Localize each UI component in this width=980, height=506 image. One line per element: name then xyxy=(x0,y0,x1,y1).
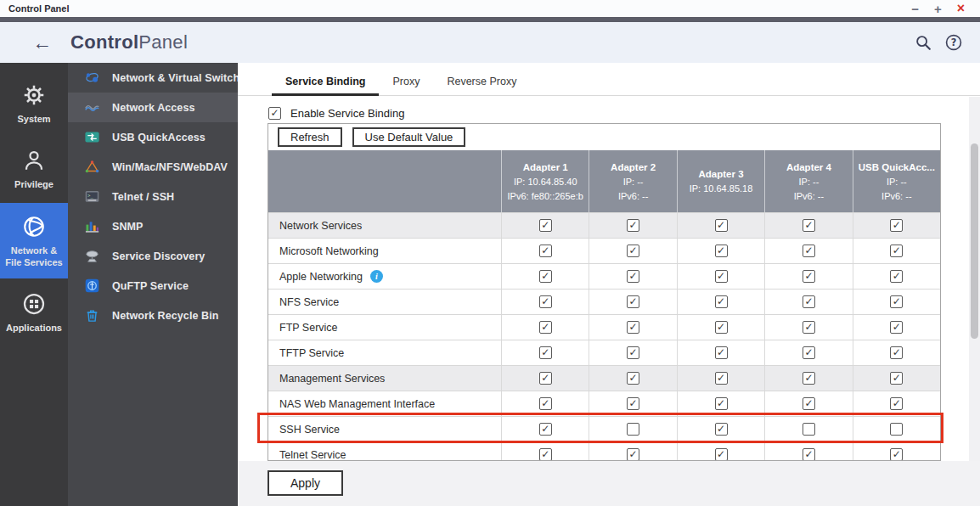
checkbox-nas-web-management-interface-col-4[interactable] xyxy=(803,397,815,410)
row-label-cell: NFS Service xyxy=(268,290,501,314)
menu-item-win-mac-nfs-webdav[interactable]: Win/Mac/NFS/WebDAV xyxy=(68,152,238,182)
checkbox-ftp-service-col-2[interactable] xyxy=(627,321,639,334)
checkbox-ssh-service-col-5[interactable] xyxy=(890,423,903,436)
tab-proxy[interactable]: Proxy xyxy=(379,68,433,96)
menu-item-usb-quickaccess[interactable]: USB QuickAccess xyxy=(68,122,238,152)
vertical-scrollbar[interactable] xyxy=(969,97,980,461)
menu-item-network-virtual-switch[interactable]: Network & Virtual Switch xyxy=(68,63,238,93)
checkbox-management-services-col-3[interactable] xyxy=(715,372,728,385)
tab-service-binding[interactable]: Service Binding xyxy=(272,68,379,96)
window-titlebar: Control Panel − + × xyxy=(0,0,980,17)
refresh-button[interactable]: Refresh xyxy=(278,127,342,147)
menu-item-label: Network & Virtual Switch xyxy=(112,72,239,84)
checkbox-cell xyxy=(677,366,764,391)
checkbox-cell xyxy=(677,442,764,461)
checkbox-network-services-col-3[interactable] xyxy=(715,219,728,232)
help-icon[interactable]: ? xyxy=(944,33,963,52)
checkbox-ssh-service-col-3[interactable] xyxy=(715,423,728,436)
row-label: NFS Service xyxy=(279,296,339,308)
checkbox-microsoft-networking-col-5[interactable] xyxy=(890,245,903,257)
checkbox-microsoft-networking-col-3[interactable] xyxy=(715,245,728,257)
checkbox-apple-networking-col-1[interactable] xyxy=(539,270,552,283)
checkbox-nas-web-management-interface-col-3[interactable] xyxy=(715,397,728,410)
checkbox-apple-networking-col-3[interactable] xyxy=(715,270,728,283)
checkbox-ssh-service-col-2[interactable] xyxy=(627,423,639,436)
adapter-ip: IP: -- xyxy=(887,177,907,187)
sidebar-item-network-file-services[interactable]: Network & File Services xyxy=(0,203,68,279)
menu-item-service-discovery[interactable]: Service Discovery xyxy=(68,241,238,271)
checkbox-network-services-col-4[interactable] xyxy=(803,219,815,232)
sidebar-item-applications[interactable]: Applications xyxy=(0,280,68,344)
checkbox-nas-web-management-interface-col-1[interactable] xyxy=(539,397,552,410)
row-label: FTP Service xyxy=(279,322,338,334)
checkbox-ssh-service-col-4[interactable] xyxy=(803,423,815,436)
checkbox-network-services-col-2[interactable] xyxy=(627,219,639,232)
checkbox-telnet-service-col-5[interactable] xyxy=(890,448,903,461)
scrollbar-thumb[interactable] xyxy=(971,143,978,339)
apply-button[interactable]: Apply xyxy=(268,470,343,496)
table-row-network-services: Network Services xyxy=(268,212,940,238)
menu-item-telnet-ssh[interactable]: >_Telnet / SSH xyxy=(68,182,238,211)
checkbox-microsoft-networking-col-4[interactable] xyxy=(803,245,815,257)
table-toolbar: Refresh Use Default Value xyxy=(268,124,940,150)
sidebar-item-privilege[interactable]: Privilege xyxy=(0,137,68,200)
checkbox-tftp-service-col-5[interactable] xyxy=(890,346,903,359)
checkbox-apple-networking-col-5[interactable] xyxy=(890,270,903,283)
menu-item-quftp-service[interactable]: QuFTP Service xyxy=(68,271,238,301)
checkbox-nfs-service-col-1[interactable] xyxy=(539,295,552,308)
sidebar-item-system[interactable]: System xyxy=(0,71,68,135)
checkbox-management-services-col-1[interactable] xyxy=(539,372,552,385)
back-arrow-icon[interactable]: ← xyxy=(32,33,52,53)
minimize-icon[interactable]: − xyxy=(911,3,919,15)
table-row-apple-networking: Apple Networkingi xyxy=(268,263,940,289)
checkbox-management-services-col-2[interactable] xyxy=(627,372,639,385)
checkbox-apple-networking-col-4[interactable] xyxy=(803,270,815,283)
menu-item-label: Network Access xyxy=(112,102,195,114)
checkbox-cell xyxy=(764,213,852,238)
checkbox-nfs-service-col-4[interactable] xyxy=(803,295,815,308)
adapter-title: Adapter 2 xyxy=(611,162,656,172)
checkbox-telnet-service-col-2[interactable] xyxy=(627,448,639,461)
menu-item-snmp[interactable]: SNMP xyxy=(68,211,238,241)
checkbox-nas-web-management-interface-col-2[interactable] xyxy=(627,397,639,410)
checkbox-ftp-service-col-4[interactable] xyxy=(803,321,815,334)
checkbox-cell xyxy=(853,239,940,263)
enable-service-binding-checkbox[interactable] xyxy=(268,107,281,120)
close-icon[interactable]: × xyxy=(957,2,965,15)
checkbox-network-services-col-5[interactable] xyxy=(890,219,903,232)
checkbox-nfs-service-col-3[interactable] xyxy=(715,295,728,308)
checkbox-ftp-service-col-3[interactable] xyxy=(715,321,728,334)
checkbox-ftp-service-col-1[interactable] xyxy=(539,321,552,334)
checkbox-nfs-service-col-5[interactable] xyxy=(890,295,903,308)
use-default-value-button[interactable]: Use Default Value xyxy=(352,127,466,147)
tab-reverse-proxy[interactable]: Reverse Proxy xyxy=(433,68,530,96)
checkbox-tftp-service-col-4[interactable] xyxy=(803,346,815,359)
checkbox-telnet-service-col-1[interactable] xyxy=(539,448,552,461)
checkbox-tftp-service-col-3[interactable] xyxy=(715,346,728,359)
maximize-icon[interactable]: + xyxy=(934,3,942,15)
checkbox-ssh-service-col-1[interactable] xyxy=(539,423,552,436)
checkbox-network-services-col-1[interactable] xyxy=(539,219,552,232)
table-row-management-services: Management Services xyxy=(268,365,940,391)
checkbox-cell xyxy=(501,315,589,340)
checkbox-telnet-service-col-4[interactable] xyxy=(803,448,815,461)
checkbox-tftp-service-col-1[interactable] xyxy=(539,346,552,359)
checkbox-microsoft-networking-col-2[interactable] xyxy=(627,245,639,257)
row-label: Telnet Service xyxy=(279,449,346,461)
info-icon[interactable]: i xyxy=(370,270,383,283)
checkbox-management-services-col-4[interactable] xyxy=(803,372,815,385)
checkbox-nfs-service-col-2[interactable] xyxy=(627,295,639,308)
checkbox-cell xyxy=(764,290,852,314)
checkbox-management-services-col-5[interactable] xyxy=(890,372,903,385)
menu-item-network-recycle-bin[interactable]: Network Recycle Bin xyxy=(68,301,238,330)
search-icon[interactable] xyxy=(914,33,932,52)
checkbox-ftp-service-col-5[interactable] xyxy=(890,321,903,334)
menu-item-network-access[interactable]: Network Access xyxy=(68,93,238,122)
row-label-cell: Telnet Service xyxy=(268,442,501,461)
checkbox-nas-web-management-interface-col-5[interactable] xyxy=(890,397,903,410)
checkbox-apple-networking-col-2[interactable] xyxy=(627,270,639,283)
checkbox-microsoft-networking-col-1[interactable] xyxy=(539,245,552,257)
checkbox-cell xyxy=(501,442,589,461)
checkbox-tftp-service-col-2[interactable] xyxy=(627,346,639,359)
checkbox-telnet-service-col-3[interactable] xyxy=(715,448,728,461)
